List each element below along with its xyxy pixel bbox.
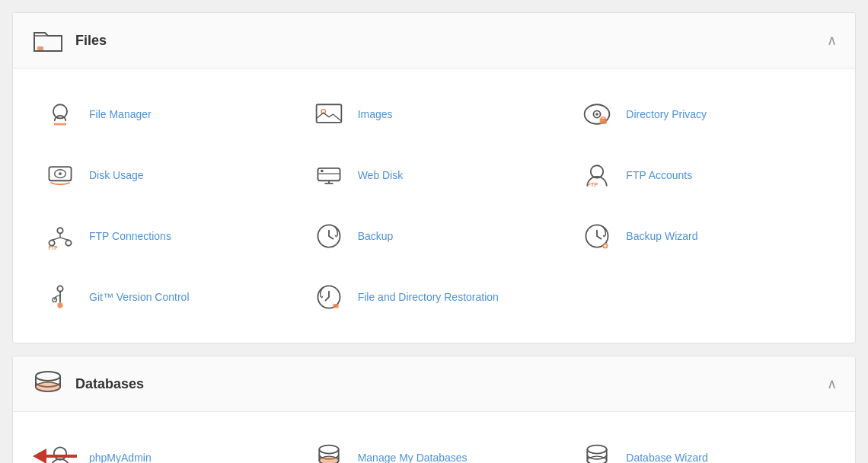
svg-rect-2 <box>54 123 66 126</box>
svg-point-32 <box>57 286 62 291</box>
manage-my-databases-label: Manage My Databases <box>358 451 468 463</box>
web-disk-item[interactable]: Web Disk <box>300 145 569 206</box>
databases-section-title: Databases <box>75 376 144 392</box>
svg-point-40 <box>36 382 60 391</box>
svg-line-25 <box>60 238 69 241</box>
databases-section: Databases ∧ php phpMyAdmin <box>12 356 856 463</box>
file-directory-restoration-item[interactable]: File and Directory Restoration <box>300 267 569 327</box>
svg-line-24 <box>52 238 60 241</box>
svg-point-46 <box>588 445 607 454</box>
manage-my-databases-icon <box>312 441 346 463</box>
svg-text:FTP: FTP <box>49 245 59 251</box>
file-directory-restoration-icon <box>312 280 346 314</box>
svg-rect-3 <box>316 104 341 123</box>
disk-usage-item[interactable]: Disk Usage <box>31 145 300 206</box>
git-version-control-item[interactable]: Git™ Version Control <box>31 267 300 327</box>
backup-wizard-item[interactable]: Backup Wizard <box>568 206 837 267</box>
phpmyadmin-item[interactable]: php phpMyAdmin <box>31 427 300 463</box>
databases-section-header: Databases ∧ <box>13 356 855 412</box>
web-disk-icon <box>312 158 346 192</box>
manage-my-databases-item[interactable]: Manage My Databases <box>300 427 569 463</box>
databases-items-grid: php phpMyAdmin <box>13 412 855 463</box>
file-directory-restoration-label: File and Directory Restoration <box>358 290 499 304</box>
backup-item[interactable]: Backup <box>300 206 569 267</box>
svg-point-43 <box>319 445 338 454</box>
ftp-connections-item[interactable]: FTP FTP Connections <box>31 206 300 267</box>
svg-point-22 <box>65 240 71 245</box>
files-section-title: Files <box>75 33 107 49</box>
ftp-connections-label: FTP Connections <box>89 229 171 243</box>
ftp-connections-icon: FTP <box>43 219 77 253</box>
files-items-grid: File Manager Images <box>13 69 855 343</box>
svg-point-20 <box>57 228 62 233</box>
directory-privacy-label: Directory Privacy <box>626 107 707 121</box>
svg-point-12 <box>59 172 62 175</box>
backup-wizard-label: Backup Wizard <box>626 229 697 243</box>
svg-point-38 <box>36 372 60 381</box>
phpmyadmin-icon: php <box>43 441 77 463</box>
database-section-icon <box>31 367 65 401</box>
folder-icon <box>31 24 65 57</box>
databases-header-left: Databases <box>31 367 144 401</box>
database-wizard-item[interactable]: Database Wizard <box>568 427 837 463</box>
backup-icon <box>312 219 346 253</box>
svg-point-7 <box>596 113 599 116</box>
git-version-control-icon <box>43 280 77 314</box>
svg-point-41 <box>54 447 66 459</box>
svg-point-33 <box>57 302 62 308</box>
images-icon <box>312 97 346 131</box>
disk-usage-icon <box>43 158 77 192</box>
files-collapse-button[interactable]: ∧ <box>827 32 837 49</box>
images-label: Images <box>358 107 393 121</box>
directory-privacy-icon <box>580 97 614 131</box>
database-wizard-icon <box>580 441 614 463</box>
ftp-accounts-label: FTP Accounts <box>626 168 692 182</box>
files-section: Files ∧ File Manager <box>12 12 856 343</box>
phpmyadmin-label: phpMyAdmin <box>89 451 152 463</box>
disk-usage-label: Disk Usage <box>89 168 144 182</box>
svg-rect-0 <box>37 46 43 50</box>
web-disk-label: Web Disk <box>358 168 404 182</box>
file-manager-item[interactable]: File Manager <box>31 84 300 145</box>
svg-rect-37 <box>333 304 338 308</box>
images-item[interactable]: Images <box>300 84 569 145</box>
git-version-control-label: Git™ Version Control <box>89 290 190 304</box>
file-manager-label: File Manager <box>89 107 152 121</box>
directory-privacy-item[interactable]: Directory Privacy <box>568 84 837 145</box>
backup-wizard-icon <box>580 219 614 253</box>
ftp-accounts-icon: FTP <box>580 158 614 192</box>
files-section-header: Files ∧ <box>13 13 855 69</box>
ftp-accounts-item[interactable]: FTP FTP Accounts <box>568 145 837 206</box>
databases-collapse-button[interactable]: ∧ <box>827 375 837 392</box>
files-header-left: Files <box>31 24 107 57</box>
svg-point-15 <box>321 170 324 173</box>
backup-label: Backup <box>358 229 394 243</box>
database-wizard-label: Database Wizard <box>626 451 707 463</box>
svg-text:FTP: FTP <box>588 181 598 188</box>
file-manager-icon <box>43 97 77 131</box>
